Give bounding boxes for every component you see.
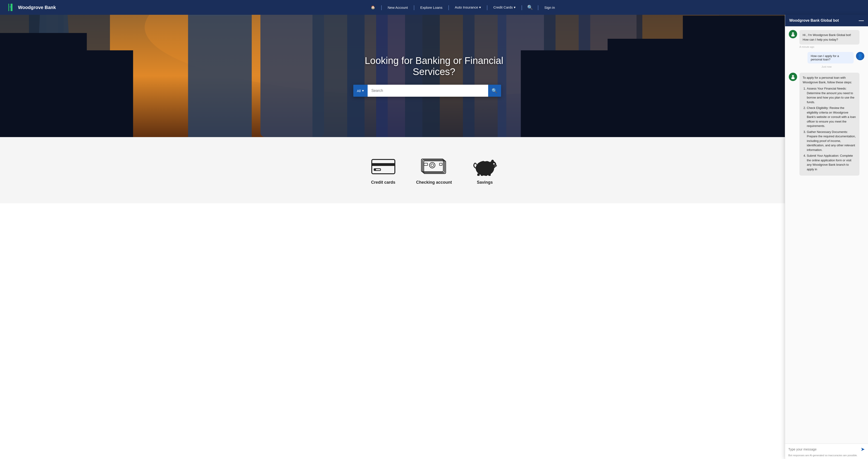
svg-rect-58 (791, 77, 795, 79)
credit-card-icon (369, 156, 397, 176)
svg-point-60 (794, 76, 794, 77)
search-filter-dropdown[interactable]: All ▾ (353, 85, 368, 97)
hero-title: Looking for Banking or Financial Service… (353, 55, 515, 77)
bot-bubble-2: To apply for a personal loan with Woodgr… (799, 73, 860, 175)
svg-point-46 (493, 163, 495, 165)
bot-message-2: To apply for a personal loan with Woodgr… (789, 73, 864, 175)
svg-point-39 (430, 162, 435, 168)
chat-minimize-button[interactable]: — (859, 18, 864, 23)
auto-insurance-link[interactable]: Auto Insurance ▾ (451, 5, 485, 9)
piggy-bank-icon (471, 156, 499, 176)
svg-rect-54 (791, 35, 795, 36)
svg-rect-48 (484, 161, 487, 161)
hero-content: Looking for Banking or Financial Service… (353, 55, 515, 97)
navbar: Woodgrove Bank 🏠 | New Account | Explore… (0, 0, 868, 15)
services-section: Credit cards Checking account (0, 137, 868, 203)
chat-title: Woodgrove Bank Global bot (789, 19, 839, 23)
credit-cards-card[interactable]: Credit cards (358, 148, 409, 192)
svg-rect-49 (477, 173, 479, 176)
svg-rect-52 (488, 173, 491, 176)
user-message-1: How can I apply for a personal loan? 👤 (789, 52, 864, 63)
savings-card[interactable]: Savings (460, 148, 510, 192)
chat-panel: Woodgrove Bank Global bot — Hi , I'm Woo… (785, 15, 868, 203)
step-2: Check Eligibility: Review the eligibilit… (807, 106, 856, 128)
home-link[interactable]: 🏠 (367, 5, 379, 9)
step-4: Submit Your Application: Complete the on… (807, 154, 856, 171)
brand[interactable]: Woodgrove Bank (7, 3, 56, 11)
step-3: Gather Necessary Documents: Prepare the … (807, 130, 856, 152)
step-1: Assess Your Financial Needs: Determine t… (807, 86, 856, 104)
nav-links: 🏠 | New Account | Explore Loans | Auto I… (65, 4, 861, 10)
savings-label: Savings (477, 180, 493, 185)
svg-point-59 (792, 76, 793, 77)
svg-rect-37 (423, 160, 444, 173)
message-timestamp-2: Just now (789, 65, 864, 68)
bot-avatar-1 (789, 30, 797, 38)
bot-avatar-2 (789, 73, 797, 81)
svg-rect-30 (608, 39, 694, 137)
svg-point-40 (431, 164, 434, 167)
svg-rect-27 (0, 33, 87, 137)
svg-rect-35 (374, 169, 376, 170)
search-bar: All ▾ 🔍 (353, 85, 501, 97)
search-button[interactable]: 🔍 (488, 85, 501, 97)
svg-rect-50 (481, 174, 483, 176)
svg-rect-32 (372, 160, 395, 174)
svg-point-47 (494, 165, 497, 167)
new-account-link[interactable]: New Account (384, 5, 412, 9)
user-bubble-1: How can I apply for a personal loan? (807, 52, 854, 63)
svg-point-56 (794, 33, 794, 34)
chat-header: Woodgrove Bank Global bot — (785, 15, 868, 26)
bot-bubble-1: Hi , I'm Woodgrove Bank Global bot! How … (799, 30, 860, 44)
svg-rect-28 (75, 50, 133, 137)
search-input[interactable] (368, 85, 488, 97)
checking-account-card[interactable]: Checking account (409, 148, 460, 192)
svg-rect-0 (11, 4, 12, 11)
svg-rect-51 (485, 174, 487, 176)
bot-message-1: Hi , I'm Woodgrove Bank Global bot! How … (789, 30, 864, 48)
svg-point-45 (491, 160, 494, 163)
chat-messages: Hi , I'm Woodgrove Bank Global bot! How … (785, 26, 868, 203)
search-icon[interactable]: 🔍 (524, 5, 536, 10)
svg-point-55 (792, 33, 793, 34)
hero-section: Looking for Banking or Financial Service… (0, 15, 868, 137)
svg-rect-1 (8, 4, 9, 11)
message-timestamp-1: A minute ago (799, 45, 860, 48)
svg-rect-41 (424, 163, 428, 165)
cash-icon (420, 156, 448, 176)
credit-cards-link[interactable]: Credit Cards ▾ (490, 5, 519, 9)
checking-account-label: Checking account (416, 180, 452, 185)
svg-rect-2 (10, 6, 11, 7)
svg-rect-33 (372, 163, 395, 166)
explore-loans-link[interactable]: Explore Loans (416, 5, 446, 9)
brand-name: Woodgrove Bank (18, 5, 56, 10)
brand-logo (7, 3, 16, 11)
bot-steps-list: Assess Your Financial Needs: Determine t… (803, 86, 856, 171)
svg-rect-42 (439, 163, 442, 165)
user-avatar: 👤 (856, 52, 864, 60)
svg-rect-10 (188, 15, 252, 137)
signin-link[interactable]: Sign in (540, 5, 559, 9)
credit-cards-label: Credit cards (371, 180, 395, 185)
